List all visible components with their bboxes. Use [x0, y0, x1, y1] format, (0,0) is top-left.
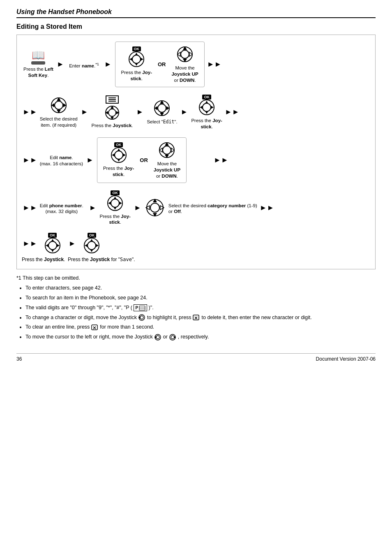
arrow-4: ►	[135, 108, 145, 116]
softkey-bar	[31, 61, 45, 65]
svg-marker-52	[108, 202, 111, 205]
move-joy-cell-3: Move theJoystick UPor DOWN.	[152, 141, 182, 179]
press-joy-ok-cell-4: OK Press the Joy-stick.	[98, 190, 132, 226]
bullet-list: To enter characters, see page 42. To sea…	[16, 284, 376, 341]
flow-row-4: ►► Edit phone number.(max. 32 digits) ► …	[22, 190, 370, 226]
svg-marker-62	[51, 239, 54, 242]
or-group-3: OK Press the Joy-stick. OR	[97, 137, 187, 183]
select-item-cell: Select the desireditem. (if required)	[38, 96, 79, 128]
flow-row-3: ►► Edit name.(max. 16 characters) ► OK	[22, 137, 370, 183]
arrow-6: ►	[85, 156, 95, 164]
svg-marker-35	[211, 106, 214, 109]
svg-point-84	[156, 336, 159, 339]
menu-lines	[108, 97, 116, 102]
svg-point-19	[108, 109, 116, 116]
dbl-arrow-1: ►►	[206, 60, 223, 69]
p-icon: P	[134, 304, 147, 311]
joystick-edit-svg	[153, 99, 171, 117]
joystick-updown-svg-1	[176, 45, 194, 63]
p-key-svg	[139, 306, 145, 310]
svg-point-49	[111, 199, 119, 207]
diagram-box: 📖 Press the LeftSoft Key. ► Enter name.*…	[16, 35, 376, 269]
arrow-5: ►	[179, 108, 190, 116]
joystick-ok-svg-4	[106, 195, 124, 212]
diagram-bottom-label: Press the Joystick. Press the Joystick f…	[22, 257, 370, 262]
arrow-3: ►	[79, 108, 90, 116]
arrow-7: ►	[88, 204, 98, 212]
flow-row-5: ►► OK ► OK	[22, 233, 370, 254]
joystick-select-svg	[50, 96, 68, 114]
svg-marker-53	[119, 202, 122, 205]
press-joy-label-1: Press the Joy-stick.	[121, 70, 152, 82]
enter-name-label: Enter name.*1	[69, 62, 99, 69]
page-header: Using the Handset Phonebook	[16, 8, 376, 18]
select-cat-label: Select the desired category number (1-9)…	[168, 203, 257, 215]
ok-label-1: OK	[132, 46, 141, 51]
ok-btn-4: OK	[106, 190, 124, 212]
svg-point-75	[140, 316, 143, 319]
ok-label-2: OK	[202, 95, 211, 100]
move-joy-label-1: Move theJoystick UPor DOWN.	[171, 65, 198, 83]
joystick-inline-right	[169, 334, 176, 341]
svg-marker-5	[141, 58, 143, 61]
select-edit-label: Select "Edit".	[147, 119, 177, 125]
edit-name-label: Edit name.(max. 16 characters)	[40, 155, 83, 167]
bullet-5: To clear an entire line, press for more …	[25, 323, 376, 331]
svg-point-1	[132, 55, 141, 63]
svg-point-55	[150, 203, 159, 212]
or-text-1: OR	[158, 61, 166, 67]
dbl-arrow-7: ►►	[259, 204, 275, 212]
joystick-ok-svg-3	[110, 146, 127, 164]
select-edit-cell: Select "Edit".	[145, 99, 179, 125]
edit-phone-label: Edit phone number.(max. 32 digits)	[40, 203, 83, 215]
select-cat-cell: Select the desired category number (1-9)…	[143, 197, 259, 218]
menu-icon	[106, 95, 119, 104]
header-title: Using the Handset Phonebook	[16, 8, 112, 15]
arrow-1: ►	[55, 60, 66, 69]
joystick-svg-1	[128, 51, 145, 68]
joystick-menu-svg	[104, 104, 120, 121]
press-joy-ok-label-4: Press the Joy-stick.	[99, 213, 130, 226]
ok-label-3: OK	[114, 142, 123, 147]
ok-cell-5a: OK	[38, 233, 67, 254]
dbl-arrow-3: ►►	[224, 108, 240, 116]
svg-marker-51	[113, 207, 117, 210]
move-joy-label-3: Move theJoystick UPor DOWN.	[154, 161, 180, 179]
select-item-label: Select the desireditem. (if required)	[40, 116, 78, 128]
bullet-6: To move the cursor to the left or right,…	[25, 333, 376, 341]
bullet-4: To change a character or digit, move the…	[25, 314, 376, 322]
svg-marker-41	[123, 153, 126, 157]
svg-marker-38	[117, 148, 120, 151]
ok-btn-5b: OK	[83, 233, 100, 254]
flow-row-1: 📖 Press the LeftSoft Key. ► Enter name.*…	[22, 42, 370, 87]
bullet-2: To search for an item in the Phonebook, …	[25, 294, 376, 302]
press-joy-menu-cell: Press the Joystick.	[90, 95, 135, 129]
svg-point-31	[203, 103, 211, 111]
section-title: Editing a Stored Item	[16, 23, 376, 30]
or-text-3: OR	[140, 157, 148, 163]
delete-key-icon	[193, 314, 200, 321]
joystick-inline-left2	[154, 334, 161, 341]
svg-marker-68	[90, 239, 93, 242]
press-joy-cell-1: OK Press the Joy-sti	[120, 46, 154, 82]
ok-label-4: OK	[111, 190, 120, 195]
svg-marker-33	[205, 111, 208, 114]
ok-label-5b: OK	[88, 233, 97, 238]
svg-point-43	[163, 146, 171, 154]
ok-btn-3: OK	[110, 142, 127, 164]
dbl-arrow-8: ►►	[22, 239, 38, 248]
svg-marker-3	[135, 63, 138, 66]
press-joy-ok-label-2: Press the Joy-stick.	[191, 118, 222, 130]
svg-point-67	[88, 241, 96, 250]
page-footer: 36 Document Version 2007-06	[16, 353, 376, 362]
press-joy-ok-cell-2: OK Press the Joy-stick.	[189, 95, 224, 130]
page-number: 36	[16, 356, 22, 362]
bullet-3: The valid digits are "0" through "9", "*…	[25, 304, 376, 312]
svg-marker-32	[205, 101, 208, 104]
joystick-cat-svg	[145, 197, 165, 218]
arrow-9: ►	[67, 239, 78, 248]
move-joy-cell-1: Move theJoystick UPor DOWN.	[170, 45, 200, 83]
ok-label-5a: OK	[48, 233, 57, 238]
ok-btn-5a: OK	[44, 233, 61, 254]
joystick-ok-svg-5a	[44, 237, 61, 254]
